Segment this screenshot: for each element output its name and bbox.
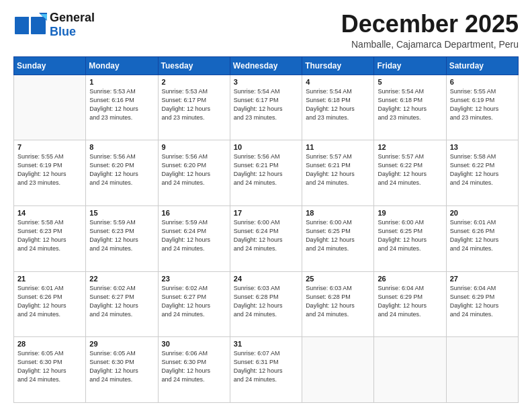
day-number: 7: [17, 143, 82, 151]
day-number: 21: [17, 275, 82, 283]
day-number: 13: [450, 143, 515, 151]
day-number: 29: [89, 340, 154, 348]
weekday-header-thursday: Thursday: [302, 56, 374, 75]
week-row-5: 28Sunrise: 6:05 AM Sunset: 6:30 PM Dayli…: [14, 337, 519, 403]
day-info: Sunrise: 6:01 AM Sunset: 6:26 PM Dayligh…: [450, 218, 515, 253]
day-number: 26: [378, 275, 442, 283]
week-row-4: 21Sunrise: 6:01 AM Sunset: 6:26 PM Dayli…: [14, 271, 519, 337]
calendar-cell: 3Sunrise: 5:54 AM Sunset: 6:17 PM Daylig…: [230, 75, 302, 140]
calendar-cell: 7Sunrise: 5:55 AM Sunset: 6:19 PM Daylig…: [14, 140, 86, 206]
weekday-header-tuesday: Tuesday: [158, 56, 230, 75]
calendar-cell: 19Sunrise: 6:00 AM Sunset: 6:25 PM Dayli…: [374, 205, 446, 271]
weekday-header-friday: Friday: [374, 56, 446, 75]
day-number: 25: [306, 275, 370, 283]
logo: General Blue: [13, 11, 95, 38]
weekday-header-saturday: Saturday: [446, 56, 518, 75]
day-number: 4: [306, 78, 370, 86]
calendar-cell: 20Sunrise: 6:01 AM Sunset: 6:26 PM Dayli…: [446, 205, 518, 271]
day-number: 3: [234, 78, 298, 86]
calendar-cell: 12Sunrise: 5:57 AM Sunset: 6:22 PM Dayli…: [374, 140, 446, 206]
day-number: 15: [89, 209, 154, 217]
day-number: 27: [450, 275, 515, 283]
calendar-cell: 24Sunrise: 6:03 AM Sunset: 6:28 PM Dayli…: [230, 271, 302, 337]
calendar-cell: 29Sunrise: 6:05 AM Sunset: 6:30 PM Dayli…: [86, 337, 158, 403]
calendar-cell: [446, 337, 518, 403]
day-info: Sunrise: 5:59 AM Sunset: 6:24 PM Dayligh…: [162, 218, 226, 253]
calendar-cell: 2Sunrise: 5:53 AM Sunset: 6:17 PM Daylig…: [158, 75, 230, 140]
calendar-cell: 15Sunrise: 5:59 AM Sunset: 6:23 PM Dayli…: [86, 205, 158, 271]
day-info: Sunrise: 6:00 AM Sunset: 6:25 PM Dayligh…: [378, 218, 442, 253]
svg-rect-0: [15, 17, 30, 34]
day-number: 10: [234, 143, 298, 151]
weekday-header-sunday: Sunday: [14, 56, 86, 75]
calendar-cell: 5Sunrise: 5:54 AM Sunset: 6:18 PM Daylig…: [374, 75, 446, 140]
calendar-cell: 26Sunrise: 6:04 AM Sunset: 6:29 PM Dayli…: [374, 271, 446, 337]
day-info: Sunrise: 5:54 AM Sunset: 6:18 PM Dayligh…: [306, 87, 370, 122]
day-number: 18: [306, 209, 370, 217]
month-title: December 2025: [341, 11, 519, 38]
day-info: Sunrise: 5:56 AM Sunset: 6:20 PM Dayligh…: [162, 152, 226, 187]
calendar-cell: 1Sunrise: 5:53 AM Sunset: 6:16 PM Daylig…: [86, 75, 158, 140]
day-info: Sunrise: 5:57 AM Sunset: 6:22 PM Dayligh…: [378, 152, 442, 187]
day-info: Sunrise: 5:56 AM Sunset: 6:21 PM Dayligh…: [234, 152, 298, 187]
day-info: Sunrise: 5:59 AM Sunset: 6:23 PM Dayligh…: [89, 218, 154, 253]
day-number: 17: [234, 209, 298, 217]
calendar-cell: 11Sunrise: 5:57 AM Sunset: 6:21 PM Dayli…: [302, 140, 374, 206]
day-number: 2: [162, 78, 226, 86]
day-number: 28: [17, 340, 82, 348]
calendar-cell: 28Sunrise: 6:05 AM Sunset: 6:30 PM Dayli…: [14, 337, 86, 403]
calendar-cell: 10Sunrise: 5:56 AM Sunset: 6:21 PM Dayli…: [230, 140, 302, 206]
logo-icon: [13, 11, 47, 38]
calendar-cell: 14Sunrise: 5:58 AM Sunset: 6:23 PM Dayli…: [14, 205, 86, 271]
calendar-cell: 8Sunrise: 5:56 AM Sunset: 6:20 PM Daylig…: [86, 140, 158, 206]
calendar-cell: 30Sunrise: 6:06 AM Sunset: 6:30 PM Dayli…: [158, 337, 230, 403]
weekday-header-wednesday: Wednesday: [230, 56, 302, 75]
calendar-cell: 17Sunrise: 6:00 AM Sunset: 6:24 PM Dayli…: [230, 205, 302, 271]
day-number: 22: [89, 275, 154, 283]
day-number: 9: [162, 143, 226, 151]
svg-rect-1: [31, 17, 46, 34]
day-info: Sunrise: 6:06 AM Sunset: 6:30 PM Dayligh…: [162, 349, 226, 384]
day-info: Sunrise: 5:53 AM Sunset: 6:16 PM Dayligh…: [89, 87, 154, 122]
day-info: Sunrise: 5:54 AM Sunset: 6:18 PM Dayligh…: [378, 87, 442, 122]
day-info: Sunrise: 5:56 AM Sunset: 6:20 PM Dayligh…: [89, 152, 154, 187]
day-info: Sunrise: 5:57 AM Sunset: 6:21 PM Dayligh…: [306, 152, 370, 187]
location-subtitle: Namballe, Cajamarca Department, Peru: [341, 39, 519, 50]
week-row-3: 14Sunrise: 5:58 AM Sunset: 6:23 PM Dayli…: [14, 205, 519, 271]
day-info: Sunrise: 6:01 AM Sunset: 6:26 PM Dayligh…: [17, 284, 82, 319]
day-info: Sunrise: 5:58 AM Sunset: 6:23 PM Dayligh…: [17, 218, 82, 253]
calendar-cell: 27Sunrise: 6:04 AM Sunset: 6:29 PM Dayli…: [446, 271, 518, 337]
weekday-header-monday: Monday: [86, 56, 158, 75]
calendar-cell: [14, 75, 86, 140]
day-number: 11: [306, 143, 370, 151]
day-info: Sunrise: 6:04 AM Sunset: 6:29 PM Dayligh…: [378, 284, 442, 319]
day-info: Sunrise: 6:00 AM Sunset: 6:25 PM Dayligh…: [306, 218, 370, 253]
calendar-cell: [302, 337, 374, 403]
day-number: 5: [378, 78, 442, 86]
day-info: Sunrise: 6:04 AM Sunset: 6:29 PM Dayligh…: [450, 284, 515, 319]
day-info: Sunrise: 5:55 AM Sunset: 6:19 PM Dayligh…: [17, 152, 82, 187]
day-number: 16: [162, 209, 226, 217]
day-number: 20: [450, 209, 515, 217]
day-number: 24: [234, 275, 298, 283]
calendar-cell: 23Sunrise: 6:02 AM Sunset: 6:27 PM Dayli…: [158, 271, 230, 337]
day-info: Sunrise: 6:03 AM Sunset: 6:28 PM Dayligh…: [234, 284, 298, 319]
day-number: 12: [378, 143, 442, 151]
day-info: Sunrise: 6:07 AM Sunset: 6:31 PM Dayligh…: [234, 349, 298, 384]
day-info: Sunrise: 6:05 AM Sunset: 6:30 PM Dayligh…: [17, 349, 82, 384]
calendar-cell: 31Sunrise: 6:07 AM Sunset: 6:31 PM Dayli…: [230, 337, 302, 403]
day-info: Sunrise: 5:53 AM Sunset: 6:17 PM Dayligh…: [162, 87, 226, 122]
weekday-header-row: SundayMondayTuesdayWednesdayThursdayFrid…: [14, 56, 519, 75]
day-number: 14: [17, 209, 82, 217]
day-number: 31: [234, 340, 298, 348]
day-info: Sunrise: 5:55 AM Sunset: 6:19 PM Dayligh…: [450, 87, 515, 122]
calendar-cell: 22Sunrise: 6:02 AM Sunset: 6:27 PM Dayli…: [86, 271, 158, 337]
calendar-cell: 13Sunrise: 5:58 AM Sunset: 6:22 PM Dayli…: [446, 140, 518, 206]
logo-blue: Blue: [50, 25, 76, 38]
calendar-cell: 9Sunrise: 5:56 AM Sunset: 6:20 PM Daylig…: [158, 140, 230, 206]
day-info: Sunrise: 5:54 AM Sunset: 6:17 PM Dayligh…: [234, 87, 298, 122]
day-info: Sunrise: 6:02 AM Sunset: 6:27 PM Dayligh…: [162, 284, 226, 319]
calendar-cell: [374, 337, 446, 403]
calendar-cell: 18Sunrise: 6:00 AM Sunset: 6:25 PM Dayli…: [302, 205, 374, 271]
day-number: 6: [450, 78, 515, 86]
